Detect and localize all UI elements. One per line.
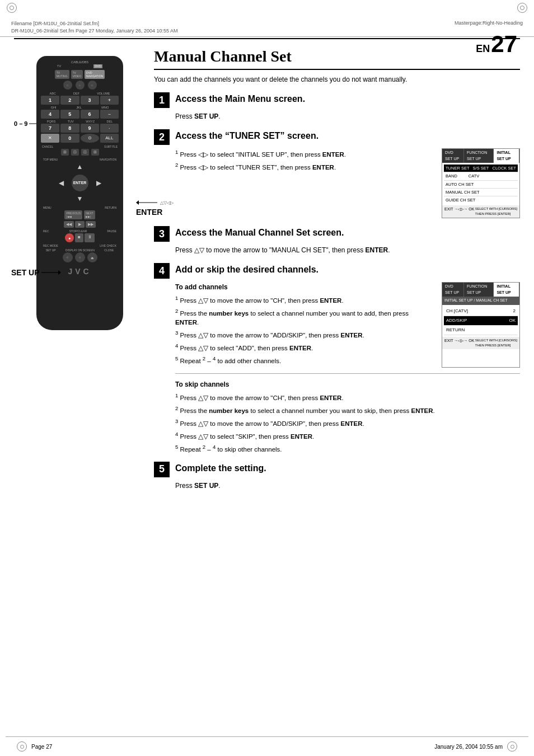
- enter-center-btn[interactable]: ENTER: [72, 175, 88, 191]
- btn-5: 5: [60, 110, 79, 119]
- step-2-substeps: 1 Press ◁▷ to select "INITIAL SET UP", t…: [175, 148, 435, 174]
- header-masterpage: Masterpage:Right-No-Heading: [455, 20, 523, 26]
- remote-livecheck-labels: REC MODELIVE CHECK: [41, 244, 119, 247]
- screen-2-header: DVD SET UP FUNCTION SET UP INITIAL SET U…: [442, 283, 519, 297]
- en-label: EN: [476, 43, 490, 55]
- remote-bottom-btns: ○ ○ ⏏: [41, 252, 119, 262]
- intro-text: You can add the channels you want or del…: [154, 74, 520, 84]
- screen-2-subheader: INITIAL SET UP / MANUAL CH SET: [442, 297, 519, 305]
- to-add-title: To add channels: [175, 282, 433, 292]
- to-skip-title: To skip channels: [175, 379, 520, 389]
- footer-date: January 26, 2004 10:55 am: [434, 744, 503, 750]
- tab-function-2: FUNCTION SET UP: [464, 283, 494, 297]
- oval-btn-3: ○: [88, 81, 97, 90]
- add-step-3: 3 Press △▽ to move the arrow to "ADD/SKI…: [175, 329, 433, 340]
- skip-step-1: 1 Press △▽ to move the arrow to "CH", th…: [175, 392, 520, 402]
- step-1: 1 Access the Main Menu screen. Press SET…: [154, 92, 520, 121]
- svg-marker-5: [58, 270, 61, 275]
- oval-btn-1: ○: [63, 81, 72, 90]
- step-3-number: 3: [154, 226, 170, 242]
- nav-down-btn[interactable]: ▼: [77, 195, 83, 203]
- skip-step-5: 5 Repeat 2 – 4 to skip other channels.: [175, 443, 520, 454]
- remote-icon-2: ⊡: [71, 149, 79, 156]
- step-1-number: 1: [154, 92, 170, 108]
- screen-2-return-row: RETURN: [444, 326, 518, 335]
- left-panel: 0 – 9 CABLE/DBS TVDVD TVMUTING TVVIDEO D…: [14, 45, 143, 499]
- setup-btn[interactable]: ○: [63, 252, 73, 262]
- footer: Page 27 January 26, 2004 10:55 am: [6, 736, 528, 756]
- screen-1-footer: EXIT →◁▷→ OK SELECT WITH [CURSORS]THEN P…: [442, 205, 519, 218]
- enter-arrow-left: [136, 199, 158, 206]
- step-5-title: Complete the setting.: [175, 462, 266, 473]
- rew-btn: ◀◀: [64, 221, 74, 228]
- nav-left-btn[interactable]: ◀: [59, 179, 64, 187]
- tab-dvd-setup-1: DVD SET UP: [442, 149, 464, 163]
- oval-btn-2: ○: [76, 81, 85, 90]
- remote-rec-labels: RECSTOP/CLEARPAUSE: [41, 229, 119, 233]
- mode-buttons-row: TVMUTING TVVIDEO DVDNAVIGATION: [41, 70, 119, 79]
- step-2-substep-2: 2 Press ◁▷ to select "TUNER SET", then p…: [175, 161, 435, 172]
- screen-row-tuner: TUNER SETS/S SETCLOCK SET: [444, 165, 518, 172]
- skip-step-3: 3 Press △▽ to move the arrow to "ADD/SKI…: [175, 417, 520, 428]
- remote-pqrs-labels: PQRSTUVWXYZDEL: [41, 120, 119, 123]
- nav-cluster: ▲ ▼ ◀ ▶ ENTER: [58, 162, 102, 204]
- page-number: 27: [491, 31, 517, 58]
- screen-1: DVD SET UP FUNCTION SET UP INITIAL SET U…: [442, 148, 520, 218]
- nav-up-btn[interactable]: ▲: [77, 163, 83, 171]
- right-panel: Manual Channel Set You can add the chann…: [154, 45, 520, 499]
- display-btn[interactable]: ○: [75, 252, 85, 262]
- screen-1-header: DVD SET UP FUNCTION SET UP INITIAL SET U…: [442, 149, 519, 163]
- top-decorations: [0, 0, 534, 16]
- step-3-title: Access the Manual Channel Set screen.: [175, 226, 344, 238]
- skip-channels-section: To skip channels 1 Press △▽ to move the …: [175, 379, 520, 454]
- step-5: 5 Complete the setting. Press SET UP.: [154, 462, 520, 491]
- close-btn[interactable]: ⏏: [87, 252, 97, 262]
- btn-1: 1: [41, 96, 59, 105]
- prev-btn: PREVIOUS|◀◀: [64, 210, 82, 219]
- add-step-2: 2 Press the number keys to select a chan…: [175, 307, 433, 327]
- remote-icon-1: ⊞: [61, 149, 69, 156]
- setup-text-label: SET UP: [11, 268, 40, 277]
- bottom-right-circle: [507, 741, 517, 752]
- next-btn: NEXT▶▶|: [84, 210, 95, 219]
- step-5-number: 5: [154, 462, 170, 477]
- btn-circle: ⊙: [81, 134, 99, 143]
- enter-text-label: ENTER: [136, 208, 174, 217]
- page-number-display: EN 27: [476, 31, 517, 58]
- step-2-title: Access the “TUNER SET” screen.: [175, 129, 318, 141]
- remote-menu-labels: MENURETURN: [41, 206, 119, 209]
- oval-buttons-row: ○ ○ ○: [41, 81, 119, 90]
- skip-step-2: 2 Press the number keys to select a chan…: [175, 405, 520, 415]
- footer-left-area: Page 27: [17, 741, 52, 752]
- btn-2: 2: [60, 96, 79, 105]
- remote-abc-labels: ABCDEFVOLUME: [41, 92, 119, 95]
- remote-icon-row: ⊞ ⊡ ⊡ ⊞: [41, 149, 119, 156]
- step-5-content: Press SET UP.: [175, 481, 520, 491]
- stop-btn: ■: [75, 233, 83, 242]
- step-4: 4 Add or skip the desired channels. To a…: [154, 263, 520, 453]
- nav-right-btn[interactable]: ▶: [96, 179, 101, 187]
- tab-function-1: FUNCTION SET UP: [464, 149, 494, 163]
- remote-icon-4: ⊞: [91, 149, 99, 156]
- step-3-content: Press △▽ to move the arrow to "MANUAL CH…: [175, 245, 520, 255]
- step-3: 3 Access the Manual Channel Set screen. …: [154, 226, 520, 255]
- step-2-number: 2: [154, 129, 170, 145]
- top-left-circle: [7, 3, 17, 13]
- btn-del: ·: [100, 124, 119, 133]
- screen-2: DVD SET UP FUNCTION SET UP INITIAL SET U…: [442, 282, 520, 368]
- bottom-left-circle: [17, 741, 27, 752]
- number-grid-top: 1 2 3 +: [41, 96, 119, 105]
- add-step-4: 4 Press △▽ to select "ADD", then press E…: [175, 342, 433, 353]
- page-title: Manual Channel Set: [154, 48, 520, 70]
- rec-btn: ●: [65, 233, 74, 242]
- tv-muting-btn: TVMUTING: [55, 70, 69, 79]
- btn-7: 7: [41, 124, 59, 133]
- top-right-circle: [517, 3, 527, 13]
- step-1-title: Access the Main Menu screen.: [175, 92, 305, 104]
- step-4-title: Add or skip the desired channels.: [175, 263, 318, 275]
- tab-dvd-setup-2: DVD SET UP: [442, 283, 464, 297]
- step-1-instruction: Press SET UP.: [175, 111, 520, 121]
- step-1-content: Press SET UP.: [175, 111, 520, 121]
- btn-minus: −: [100, 110, 119, 119]
- add-step-1: 1 Press △▽ to move the arrow to "CH", th…: [175, 294, 433, 305]
